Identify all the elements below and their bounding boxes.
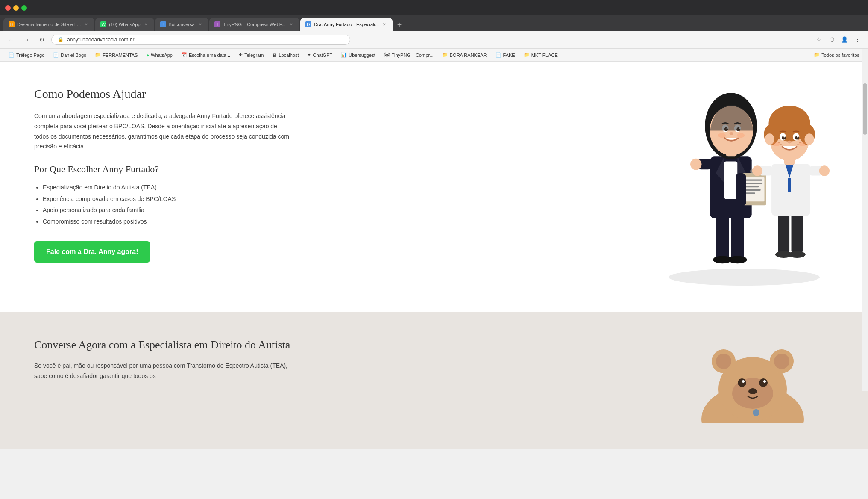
- fullscreen-button[interactable]: [21, 5, 27, 11]
- bookmark-localhost-icon: 🖥: [272, 53, 277, 58]
- bookmark-escolha-label: Escolha uma data...: [189, 53, 230, 58]
- tab-label-dev: Desenvolvimento de Site e L...: [17, 22, 81, 27]
- bookmark-bora-icon: 📁: [442, 52, 448, 58]
- bookmark-todos-favoritos[interactable]: 📁 Todos os favoritos: [810, 51, 863, 59]
- tab-close-whatsapp[interactable]: ✕: [143, 21, 149, 27]
- bookmark-telegram[interactable]: ✈ Telegram: [235, 51, 267, 59]
- bookmark-daniel-icon: 📄: [53, 52, 59, 58]
- tab-favicon-tinypng: T: [214, 21, 220, 27]
- svg-point-66: [716, 354, 731, 369]
- scrollbar-thumb[interactable]: [863, 83, 867, 135]
- section-contact-illustration: [672, 338, 834, 423]
- svg-rect-38: [788, 178, 791, 192]
- bookmark-tinypng[interactable]: 🐼 TinyPNG – Compr...: [381, 51, 437, 59]
- lock-icon: 🔒: [58, 37, 64, 42]
- bookmark-chatgpt-icon: ✦: [307, 52, 311, 58]
- tab-tinypng[interactable]: T TinyPNG – Compress WebP... ✕: [209, 18, 299, 31]
- section-contact-title: Converse Agora com a Especialista em Dir…: [34, 338, 290, 352]
- bullet-item-4: Compromisso com resultados positivos: [43, 216, 290, 227]
- bookmark-mkt[interactable]: 📁 MKT PLACE: [520, 51, 561, 59]
- bookmark-whatsapp[interactable]: ● WhatsApp: [143, 52, 176, 59]
- minimize-button[interactable]: [13, 5, 19, 11]
- bookmark-ferramentas[interactable]: 📁 FERRAMENTAS: [91, 51, 141, 59]
- tabs-bar: D Desenvolvimento de Site e L... ✕ W (10…: [0, 15, 868, 31]
- nav-bar: ← → ↻ 🔒 annyfurtadoadvocacia.com.br ☆ ⬡ …: [0, 31, 868, 49]
- svg-point-73: [763, 380, 766, 383]
- svg-point-30: [718, 133, 726, 138]
- bookmark-ubersuggest-label: Ubersuggest: [349, 53, 375, 58]
- section-help-title: Como Podemos Ajudar: [34, 87, 290, 101]
- tab-botconversa[interactable]: B Botconversa ✕: [155, 18, 208, 31]
- bookmark-escolha[interactable]: 📅 Escolha uma data...: [178, 51, 234, 59]
- scrollbar[interactable]: [862, 49, 868, 391]
- extensions-icon[interactable]: ⬡: [826, 34, 837, 45]
- bookmark-chatgpt[interactable]: ✦ ChatGPT: [304, 51, 336, 59]
- section-why-title: Por Que Escolher Anny Furtado?: [34, 164, 290, 175]
- tab-favicon-anny: D: [305, 21, 311, 27]
- svg-point-35: [789, 251, 806, 257]
- tab-close-botconversa[interactable]: ✕: [197, 21, 203, 27]
- forward-button[interactable]: →: [21, 34, 32, 46]
- bullet-item-1: Especialização em Direito do Autista (TE…: [43, 182, 290, 193]
- tab-close-dev[interactable]: ✕: [83, 21, 89, 27]
- bookmark-todos-label: Todos os favoritos: [821, 53, 859, 58]
- profile-icon[interactable]: 👤: [839, 34, 850, 45]
- svg-rect-14: [745, 189, 760, 191]
- svg-point-42: [819, 165, 830, 176]
- svg-rect-11: [745, 179, 762, 180]
- svg-rect-13: [745, 186, 759, 187]
- section-help: Como Podemos Ajudar Com uma abordagem es…: [0, 62, 868, 312]
- address-bar[interactable]: 🔒 annyfurtadoadvocacia.com.br: [51, 35, 350, 45]
- tab-dev[interactable]: D Desenvolvimento de Site e L... ✕: [3, 18, 94, 31]
- svg-point-60: [780, 144, 782, 145]
- tab-label-whatsapp: (10) WhatsApp: [109, 22, 140, 27]
- lawyer-child-illustration: [654, 79, 834, 286]
- bookmark-telegram-label: Telegram: [244, 53, 264, 58]
- tab-anny[interactable]: D Dra. Anny Furtado - Especiali... ✕: [300, 18, 393, 31]
- svg-rect-33: [792, 211, 803, 253]
- bookmark-fake[interactable]: 📄 FAKE: [492, 51, 519, 59]
- bookmark-trafego[interactable]: 📄 Tráfego Pago: [5, 51, 48, 59]
- close-button[interactable]: [5, 5, 11, 11]
- settings-icon[interactable]: ⋮: [852, 34, 863, 45]
- svg-point-74: [748, 388, 757, 394]
- cta-button-anny[interactable]: Fale com a Dra. Anny agora!: [34, 241, 150, 263]
- bookmark-ubersuggest[interactable]: 📊 Ubersuggest: [337, 51, 378, 59]
- bear-illustration: [693, 338, 812, 423]
- new-tab-button[interactable]: +: [393, 19, 405, 31]
- svg-point-70: [738, 378, 746, 387]
- bullet-list: Especialização em Direito do Autista (TE…: [34, 182, 290, 227]
- svg-rect-6: [724, 161, 738, 199]
- bookmark-telegram-icon: ✈: [239, 52, 243, 58]
- bullet-item-3: Apoio personalizado para cada família: [43, 204, 290, 216]
- back-button[interactable]: ←: [5, 34, 17, 46]
- svg-point-55: [797, 136, 798, 137]
- bookmark-mkt-label: MKT PLACE: [531, 53, 558, 58]
- svg-point-31: [737, 133, 745, 138]
- tab-close-anny[interactable]: ✕: [381, 21, 387, 27]
- bookmark-localhost[interactable]: 🖥 Localhost: [269, 52, 302, 59]
- bookmark-daniel[interactable]: 📄 Daniel Bogo: [50, 51, 90, 59]
- bookmark-mkt-icon: 📁: [524, 52, 530, 58]
- bookmark-escolha-icon: 📅: [181, 52, 187, 58]
- section-help-illustration: [654, 79, 834, 286]
- svg-point-41: [752, 165, 762, 176]
- refresh-button[interactable]: ↻: [36, 34, 48, 46]
- tab-favicon-whatsapp: W: [100, 21, 106, 27]
- svg-rect-12: [745, 183, 762, 184]
- bookmark-todos-icon: 📁: [814, 52, 820, 58]
- tab-close-tinypng[interactable]: ✕: [288, 21, 294, 27]
- svg-rect-15: [745, 192, 755, 194]
- star-icon[interactable]: ☆: [813, 34, 824, 45]
- bookmark-ubersuggest-icon: 📊: [341, 52, 347, 58]
- bookmark-bora[interactable]: 📁 BORA RANKEAR: [439, 51, 490, 59]
- tab-whatsapp[interactable]: W (10) WhatsApp ✕: [95, 18, 154, 31]
- page-wrapper: Como Podemos Ajudar Com uma abordagem es…: [0, 62, 868, 449]
- tab-favicon-dev: D: [9, 21, 15, 27]
- title-bar: [0, 0, 868, 15]
- svg-point-54: [783, 136, 785, 137]
- tab-label-botconversa: Botconversa: [169, 22, 195, 27]
- bookmark-fake-label: FAKE: [503, 53, 515, 58]
- svg-point-68: [774, 354, 789, 369]
- section-help-body: Com uma abordagem especializada e dedica…: [34, 111, 290, 152]
